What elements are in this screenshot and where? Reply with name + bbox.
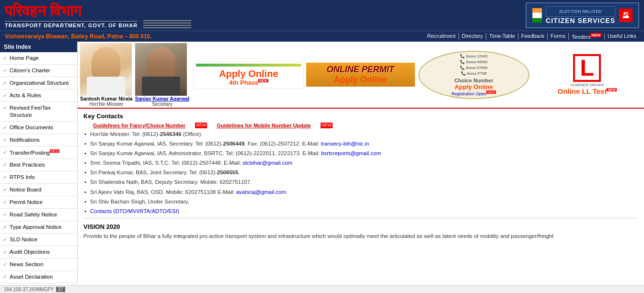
contact-item: Smt. Seema Tripathi, IAS, S.T.C. Tel: (0… [83, 159, 638, 167]
apply1-sub: 4th PhaseNEW [229, 79, 268, 86]
dept-name: TRANSPORT DEPARTMENT, GOVT. OF BIHAR [5, 21, 138, 28]
apply3-sub: Registration OpenNEW [451, 90, 496, 96]
check-icon: ✓ [3, 199, 7, 205]
sidebar-item-home[interactable]: ✓ Home Page [0, 52, 77, 65]
person1-card: Santosh Kumar Nirala Hon'ble Minister [80, 43, 133, 107]
online-permit-box[interactable]: ONLINE PERMIT Apply Online [306, 63, 415, 87]
sidebar-label-asset: Asset Declaration [10, 273, 74, 281]
nav-tenders[interactable]: TendersNEW [569, 33, 605, 40]
check-icon: ✓ [3, 174, 7, 180]
key-contacts-title: Key Contacts [83, 113, 638, 120]
main-layout: Site Index ✓ Home Page ✓ Citizen's Chart… [0, 42, 644, 283]
nav-timetable[interactable]: Time-Table [486, 33, 518, 40]
sidebar-label-home: Home Page [10, 55, 74, 62]
guideline-links: Guidelines for Fancy/Choice Number NEW G… [83, 123, 638, 128]
sidebar-item-sld[interactable]: ✓ SLD Notice [0, 234, 77, 246]
sidebar-item-asset[interactable]: ✓ Asset Declaration [0, 271, 77, 283]
mobile-update-link[interactable]: Guidelines for Mobile Number Update [217, 123, 311, 128]
contact-item-link: Contacts (DTO/MVI/RTA/ADTO/ESI) [83, 207, 638, 215]
contact-item: Hon'ble Minister. Tel: (0612)-2546346 (O… [83, 130, 638, 138]
apply-online-1[interactable]: Apply Online 4th PhaseNEW [194, 61, 303, 89]
sidebar-item-audit[interactable]: ✓ Audit Objections [0, 246, 77, 259]
sidebar-label-docs: Office Documents [10, 124, 74, 131]
check-icon: ✓ [3, 261, 7, 268]
check-icon: ✓ [3, 137, 7, 143]
nav-useful-links[interactable]: Useful Links [605, 33, 639, 40]
sidebar-item-permit[interactable]: ✓ Permit Notice [0, 196, 77, 209]
main-content: Key Contacts Guidelines for Fancy/Choice… [78, 109, 644, 244]
person1-title: Hon'ble Minister [80, 101, 133, 107]
sidebar-item-org[interactable]: ✓ Organizational Structure [0, 77, 77, 90]
election-title: ELECTION RELATED [546, 6, 615, 17]
sidebar-item-docs[interactable]: ✓ Office Documents [0, 122, 77, 134]
contact-item: Sri Ajeev Vats Raj, BAS, OSD. Mobile: 62… [83, 188, 638, 196]
header: परिवहन विभाग TRANSPORT DEPARTMENT, GOVT.… [0, 0, 644, 31]
person2-name: Sanjay Kumar Agarwal [135, 96, 189, 101]
check-icon: ✓ [3, 92, 7, 99]
email-link[interactable]: bsrtcreports@gmail.com [321, 150, 381, 156]
nav-directory[interactable]: Directory [459, 33, 486, 40]
divider [83, 218, 638, 218]
sidebar-label-transfer: Transfer/PostingNEW [10, 149, 74, 157]
sidebar-item-news[interactable]: ✓ News Section [0, 259, 77, 271]
sidebar-label-fee: Revised Fee/Tax Structure [10, 104, 74, 119]
sidebar-label-notice-board: Notice Board [10, 186, 74, 193]
sidebar-item-best[interactable]: ✓ Best Practices [0, 159, 77, 171]
learner-box[interactable]: L LEARNER DRIVER Online LL TestNEW [533, 52, 642, 97]
person2-card: Sanjay Kumar Agarwal Secretary [135, 43, 189, 107]
vision-text: Provide to the people of Bihar a fully i… [83, 232, 638, 240]
banner-row: Santosh Kumar Nirala Hon'ble Minister Sa… [78, 42, 644, 109]
sidebar-item-notice-board[interactable]: ✓ Notice Board [0, 184, 77, 196]
check-icon: ✓ [3, 237, 7, 243]
contact-item: Sri Shailendra Nath, BAS, Deputy Secreta… [83, 178, 638, 186]
sidebar-item-rtps[interactable]: ✓ RTPS Info [0, 171, 77, 184]
online-ll-text: Online LL TestNEW [558, 87, 617, 95]
contacts-link[interactable]: Contacts (DTO/MVI/RTA/ADTO/ESI) [90, 208, 179, 214]
election-badge[interactable]: ELECTION RELATED CITIZEN SERVICES 🗳 [526, 2, 639, 28]
check-icon: ✓ [3, 68, 7, 74]
sidebar-item-road-safety[interactable]: ✓ Road Safety Notice [0, 209, 77, 221]
person1-name: Santosh Kumar Nirala [80, 96, 133, 101]
sidebar-item-acts[interactable]: ✓ Acts & Rules [0, 90, 77, 102]
email-link[interactable]: stcbihar@gmail.com [242, 160, 292, 166]
sidebar-label-charter: Citizen's Charter [10, 67, 74, 74]
email-link[interactable]: transecy-bih@nic.in [321, 141, 369, 146]
sidebar-item-charter[interactable]: ✓ Citizen's Charter [0, 65, 77, 77]
sidebar-label-news: News Section [10, 261, 74, 268]
apply2-text: Apply Online [334, 75, 387, 85]
check-icon: ✓ [3, 187, 7, 193]
check-icon: ✓ [3, 55, 7, 61]
sidebar-label-org: Organizational Structure [10, 79, 74, 87]
sidebar-label-permit: Permit Notice [10, 199, 74, 206]
fancy-number-link[interactable]: Guidelines for Fancy/Choice Number [93, 123, 185, 128]
sidebar-item-type-approval[interactable]: ✓ Type Approval Notice [0, 221, 77, 234]
nav-feedback[interactable]: Feedback [518, 33, 548, 40]
check-icon: ✓ [3, 124, 7, 131]
vision-title: VISION 2020 [83, 223, 638, 230]
contact-item: Sri Sanjay Kumar Agarwal, IAS, Secretary… [83, 140, 638, 147]
sidebar: Site Index ✓ Home Page ✓ Citizen's Chart… [0, 42, 78, 283]
election-subtitle: CITIZEN SERVICES [546, 17, 615, 24]
contact-item: Sri Shiv Bachan Singh, Under Secretary. [83, 198, 638, 205]
new-badge: NEW [590, 33, 601, 37]
sidebar-label-audit: Audit Objections [10, 248, 74, 256]
header-left: परिवहन विभाग TRANSPORT DEPARTMENT, GOVT.… [5, 2, 191, 28]
check-icon: ✓ [3, 224, 7, 230]
sidebar-item-transfer[interactable]: ✓ Transfer/PostingNEW [0, 146, 77, 159]
choice-number-box[interactable]: 📞 9xxxx 12345 📞 9xxxx 04500 📞 9xxxx 0700… [418, 51, 529, 99]
check-icon: ✓ [3, 80, 7, 86]
sidebar-label-acts: Acts & Rules [10, 92, 74, 99]
online-permit-text: ONLINE PERMIT [327, 65, 394, 75]
sidebar-label-road-safety: Road Safety Notice [10, 211, 74, 218]
check-icon: ✓ [3, 105, 7, 111]
sidebar-item-fee[interactable]: ✓ Revised Fee/Tax Structure [0, 102, 77, 122]
person2-link[interactable]: Sanjay Kumar Agarwal [135, 96, 189, 101]
nav-recruitment[interactable]: Recruitment [424, 33, 459, 40]
email-link[interactable]: avatsraj@gmail.com [236, 189, 286, 195]
check-icon: ✓ [3, 212, 7, 218]
nav-forms[interactable]: Forms [548, 33, 569, 40]
election-icon: 🗳 [622, 11, 629, 19]
sidebar-item-notifications[interactable]: ✓ Notifications [0, 134, 77, 146]
site-index-title: Site Index [0, 42, 77, 52]
contact-item: Sri Sanjay Kumar Agarwal, IAS, Administr… [83, 149, 638, 157]
